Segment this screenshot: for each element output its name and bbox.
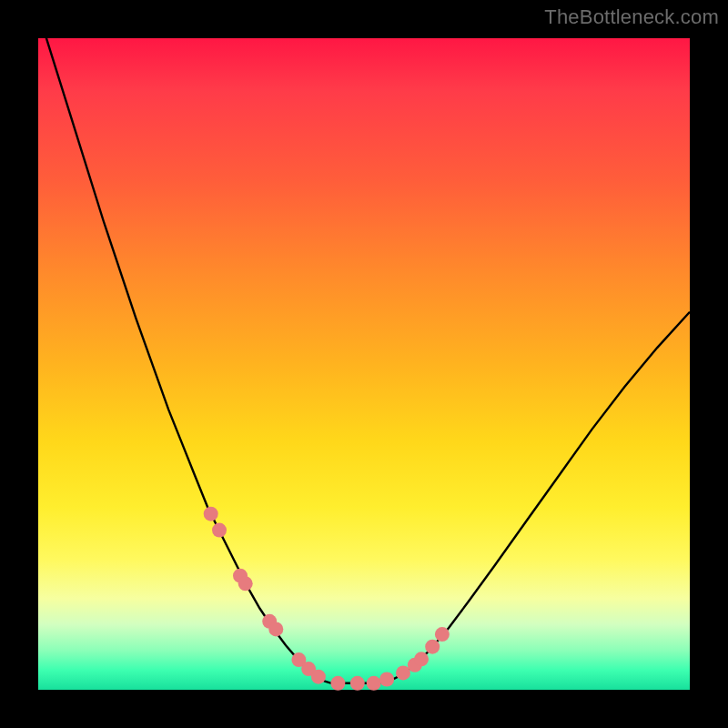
marker-dot [435,627,450,642]
chart-svg [38,38,690,690]
marker-dot [367,676,381,691]
dot-layer [204,507,450,691]
marker-dot [379,672,394,687]
marker-dot [204,507,218,521]
marker-dot [414,652,429,666]
marker-dot [425,640,440,654]
marker-dot [350,676,365,691]
watermark-text: TheBottleneck.com [544,5,719,29]
marker-dot [330,676,345,691]
plot-area [38,38,690,690]
bottleneck-curve [38,12,690,682]
marker-dot [212,523,227,538]
marker-dot [268,622,283,636]
chart-stage: TheBottleneck.com [0,0,728,728]
marker-dot [238,576,253,591]
marker-dot [311,670,326,684]
